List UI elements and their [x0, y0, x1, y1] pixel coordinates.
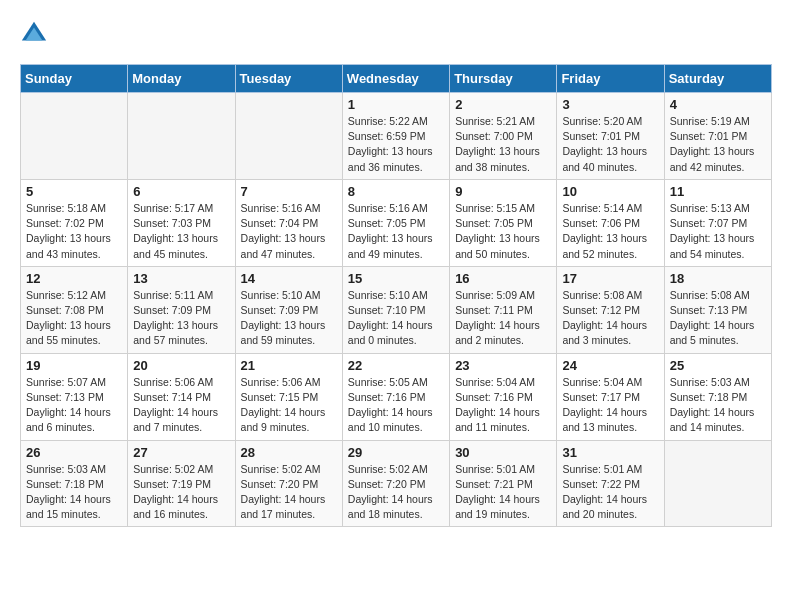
calendar-cell: 12Sunrise: 5:12 AMSunset: 7:08 PMDayligh…: [21, 266, 128, 353]
day-detail: Sunrise: 5:18 AMSunset: 7:02 PMDaylight:…: [26, 201, 122, 262]
calendar-cell: 18Sunrise: 5:08 AMSunset: 7:13 PMDayligh…: [664, 266, 771, 353]
calendar-cell: 11Sunrise: 5:13 AMSunset: 7:07 PMDayligh…: [664, 179, 771, 266]
calendar-cell: 20Sunrise: 5:06 AMSunset: 7:14 PMDayligh…: [128, 353, 235, 440]
day-number: 11: [670, 184, 766, 199]
day-detail: Sunrise: 5:13 AMSunset: 7:07 PMDaylight:…: [670, 201, 766, 262]
calendar-cell: 3Sunrise: 5:20 AMSunset: 7:01 PMDaylight…: [557, 93, 664, 180]
day-of-week-header: Tuesday: [235, 65, 342, 93]
calendar-cell: [21, 93, 128, 180]
day-of-week-header: Monday: [128, 65, 235, 93]
day-number: 27: [133, 445, 229, 460]
day-number: 3: [562, 97, 658, 112]
calendar-table: SundayMondayTuesdayWednesdayThursdayFrid…: [20, 64, 772, 527]
day-detail: Sunrise: 5:10 AMSunset: 7:09 PMDaylight:…: [241, 288, 337, 349]
day-number: 23: [455, 358, 551, 373]
day-detail: Sunrise: 5:07 AMSunset: 7:13 PMDaylight:…: [26, 375, 122, 436]
calendar-cell: 15Sunrise: 5:10 AMSunset: 7:10 PMDayligh…: [342, 266, 449, 353]
day-detail: Sunrise: 5:12 AMSunset: 7:08 PMDaylight:…: [26, 288, 122, 349]
calendar-cell: 27Sunrise: 5:02 AMSunset: 7:19 PMDayligh…: [128, 440, 235, 527]
calendar-cell: 19Sunrise: 5:07 AMSunset: 7:13 PMDayligh…: [21, 353, 128, 440]
day-detail: Sunrise: 5:11 AMSunset: 7:09 PMDaylight:…: [133, 288, 229, 349]
day-detail: Sunrise: 5:03 AMSunset: 7:18 PMDaylight:…: [670, 375, 766, 436]
day-detail: Sunrise: 5:08 AMSunset: 7:13 PMDaylight:…: [670, 288, 766, 349]
day-of-week-header: Friday: [557, 65, 664, 93]
day-of-week-header: Wednesday: [342, 65, 449, 93]
day-detail: Sunrise: 5:06 AMSunset: 7:15 PMDaylight:…: [241, 375, 337, 436]
calendar-cell: 14Sunrise: 5:10 AMSunset: 7:09 PMDayligh…: [235, 266, 342, 353]
day-number: 2: [455, 97, 551, 112]
day-detail: Sunrise: 5:16 AMSunset: 7:05 PMDaylight:…: [348, 201, 444, 262]
day-number: 25: [670, 358, 766, 373]
day-number: 21: [241, 358, 337, 373]
calendar-cell: 28Sunrise: 5:02 AMSunset: 7:20 PMDayligh…: [235, 440, 342, 527]
day-number: 19: [26, 358, 122, 373]
calendar-cell: 5Sunrise: 5:18 AMSunset: 7:02 PMDaylight…: [21, 179, 128, 266]
calendar-cell: 7Sunrise: 5:16 AMSunset: 7:04 PMDaylight…: [235, 179, 342, 266]
day-number: 7: [241, 184, 337, 199]
day-number: 1: [348, 97, 444, 112]
calendar-cell: 29Sunrise: 5:02 AMSunset: 7:20 PMDayligh…: [342, 440, 449, 527]
day-number: 24: [562, 358, 658, 373]
day-detail: Sunrise: 5:09 AMSunset: 7:11 PMDaylight:…: [455, 288, 551, 349]
day-detail: Sunrise: 5:14 AMSunset: 7:06 PMDaylight:…: [562, 201, 658, 262]
calendar-cell: 6Sunrise: 5:17 AMSunset: 7:03 PMDaylight…: [128, 179, 235, 266]
calendar-header-row: SundayMondayTuesdayWednesdayThursdayFrid…: [21, 65, 772, 93]
day-number: 4: [670, 97, 766, 112]
calendar-cell: 9Sunrise: 5:15 AMSunset: 7:05 PMDaylight…: [450, 179, 557, 266]
day-detail: Sunrise: 5:10 AMSunset: 7:10 PMDaylight:…: [348, 288, 444, 349]
day-detail: Sunrise: 5:08 AMSunset: 7:12 PMDaylight:…: [562, 288, 658, 349]
day-of-week-header: Thursday: [450, 65, 557, 93]
page-header: [20, 20, 772, 48]
day-number: 22: [348, 358, 444, 373]
day-detail: Sunrise: 5:19 AMSunset: 7:01 PMDaylight:…: [670, 114, 766, 175]
calendar-week-row: 12Sunrise: 5:12 AMSunset: 7:08 PMDayligh…: [21, 266, 772, 353]
day-detail: Sunrise: 5:17 AMSunset: 7:03 PMDaylight:…: [133, 201, 229, 262]
calendar-cell: 4Sunrise: 5:19 AMSunset: 7:01 PMDaylight…: [664, 93, 771, 180]
calendar-cell: 10Sunrise: 5:14 AMSunset: 7:06 PMDayligh…: [557, 179, 664, 266]
day-number: 10: [562, 184, 658, 199]
day-detail: Sunrise: 5:22 AMSunset: 6:59 PMDaylight:…: [348, 114, 444, 175]
calendar-week-row: 1Sunrise: 5:22 AMSunset: 6:59 PMDaylight…: [21, 93, 772, 180]
day-number: 18: [670, 271, 766, 286]
calendar-cell: 2Sunrise: 5:21 AMSunset: 7:00 PMDaylight…: [450, 93, 557, 180]
calendar-week-row: 19Sunrise: 5:07 AMSunset: 7:13 PMDayligh…: [21, 353, 772, 440]
calendar-cell: 13Sunrise: 5:11 AMSunset: 7:09 PMDayligh…: [128, 266, 235, 353]
day-number: 30: [455, 445, 551, 460]
calendar-cell: 8Sunrise: 5:16 AMSunset: 7:05 PMDaylight…: [342, 179, 449, 266]
day-detail: Sunrise: 5:02 AMSunset: 7:20 PMDaylight:…: [241, 462, 337, 523]
day-number: 14: [241, 271, 337, 286]
calendar-cell: 24Sunrise: 5:04 AMSunset: 7:17 PMDayligh…: [557, 353, 664, 440]
day-number: 8: [348, 184, 444, 199]
day-detail: Sunrise: 5:04 AMSunset: 7:16 PMDaylight:…: [455, 375, 551, 436]
calendar-cell: 1Sunrise: 5:22 AMSunset: 6:59 PMDaylight…: [342, 93, 449, 180]
calendar-cell: 31Sunrise: 5:01 AMSunset: 7:22 PMDayligh…: [557, 440, 664, 527]
day-detail: Sunrise: 5:01 AMSunset: 7:22 PMDaylight:…: [562, 462, 658, 523]
day-detail: Sunrise: 5:04 AMSunset: 7:17 PMDaylight:…: [562, 375, 658, 436]
calendar-cell: 21Sunrise: 5:06 AMSunset: 7:15 PMDayligh…: [235, 353, 342, 440]
calendar-cell: 16Sunrise: 5:09 AMSunset: 7:11 PMDayligh…: [450, 266, 557, 353]
day-detail: Sunrise: 5:02 AMSunset: 7:20 PMDaylight:…: [348, 462, 444, 523]
day-detail: Sunrise: 5:06 AMSunset: 7:14 PMDaylight:…: [133, 375, 229, 436]
calendar-cell: [664, 440, 771, 527]
logo-icon: [20, 20, 48, 48]
day-number: 16: [455, 271, 551, 286]
day-number: 12: [26, 271, 122, 286]
day-number: 17: [562, 271, 658, 286]
calendar-cell: 26Sunrise: 5:03 AMSunset: 7:18 PMDayligh…: [21, 440, 128, 527]
calendar-cell: 25Sunrise: 5:03 AMSunset: 7:18 PMDayligh…: [664, 353, 771, 440]
day-number: 5: [26, 184, 122, 199]
day-number: 26: [26, 445, 122, 460]
day-detail: Sunrise: 5:15 AMSunset: 7:05 PMDaylight:…: [455, 201, 551, 262]
calendar-cell: 22Sunrise: 5:05 AMSunset: 7:16 PMDayligh…: [342, 353, 449, 440]
day-number: 29: [348, 445, 444, 460]
calendar-cell: [235, 93, 342, 180]
day-number: 13: [133, 271, 229, 286]
day-detail: Sunrise: 5:05 AMSunset: 7:16 PMDaylight:…: [348, 375, 444, 436]
day-number: 15: [348, 271, 444, 286]
day-of-week-header: Sunday: [21, 65, 128, 93]
day-detail: Sunrise: 5:02 AMSunset: 7:19 PMDaylight:…: [133, 462, 229, 523]
day-detail: Sunrise: 5:03 AMSunset: 7:18 PMDaylight:…: [26, 462, 122, 523]
calendar-week-row: 26Sunrise: 5:03 AMSunset: 7:18 PMDayligh…: [21, 440, 772, 527]
logo: [20, 20, 52, 48]
calendar-week-row: 5Sunrise: 5:18 AMSunset: 7:02 PMDaylight…: [21, 179, 772, 266]
